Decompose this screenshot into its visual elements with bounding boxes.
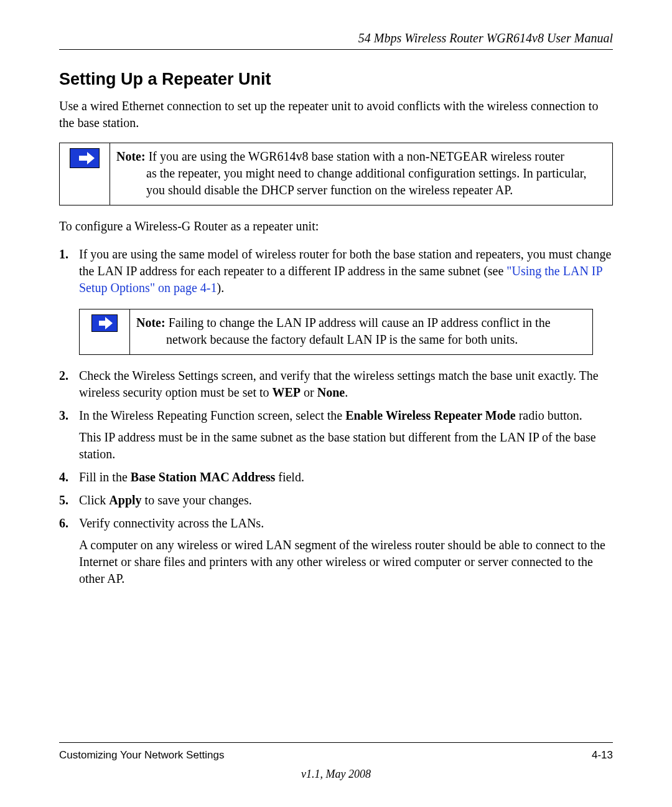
steps-list: If you are using the same model of wirel… — [59, 246, 613, 587]
note-box: Note: If you are using the WGR614v8 base… — [59, 143, 613, 205]
step-item-1: If you are using the same model of wirel… — [59, 246, 613, 355]
note-box-inner: Note: Failing to change the LAN IP addre… — [79, 309, 593, 355]
section-heading: Setting Up a Repeater Unit — [59, 70, 613, 89]
step-item-2: Check the Wireless Settings screen, and … — [59, 367, 613, 401]
header-rule — [59, 49, 613, 50]
arrow-right-icon — [70, 148, 100, 168]
footer-chapter: Customizing Your Network Settings — [59, 749, 225, 762]
step-3-text-a: In the Wireless Repeating Function scree… — [79, 408, 345, 422]
note-continuation: as the repeater, you might need to chang… — [146, 165, 604, 199]
step-6-text: Verify connectivity across the LANs. — [79, 516, 264, 530]
note-text: Note: Failing to change the LAN IP addre… — [130, 309, 559, 354]
step-item-3: In the Wireless Repeating Function scree… — [59, 407, 613, 463]
footer-row: Customizing Your Network Settings 4-13 — [59, 749, 613, 762]
note-label: Note: — [116, 149, 146, 163]
footer-rule — [59, 742, 613, 743]
note-text: Note: If you are using the WGR614v8 base… — [110, 143, 612, 205]
note-lead-text: Failing to change the LAN IP address wil… — [166, 316, 551, 329]
step-5-bold: Apply — [109, 493, 141, 507]
note-lead-text: If you are using the WGR614v8 base stati… — [146, 149, 564, 163]
step-2-end: . — [345, 385, 348, 399]
step-6-sub: A computer on any wireless or wired LAN … — [79, 537, 613, 587]
step-4-text-b: field. — [275, 470, 304, 484]
step-1-text-b: ). — [217, 281, 224, 295]
footer-page-number: 4-13 — [592, 749, 613, 762]
step-5-text-b: to save your changes. — [142, 493, 252, 507]
running-header: 54 Mbps Wireless Router WGR614v8 User Ma… — [59, 31, 613, 49]
step-3-sub: This IP address must be in the same subn… — [79, 429, 613, 463]
page-footer: Customizing Your Network Settings 4-13 v… — [59, 742, 613, 781]
step-item-6: Verify connectivity across the LANs. A c… — [59, 515, 613, 587]
step-3-bold: Enable Wireless Repeater Mode — [345, 408, 516, 422]
step-3-text-b: radio button. — [516, 408, 582, 422]
note-icon-cell — [60, 143, 110, 205]
step-4-text-a: Fill in the — [79, 470, 131, 484]
step-2-none: None — [317, 385, 345, 399]
note-icon-cell — [80, 309, 130, 354]
step-5-text-a: Click — [79, 493, 109, 507]
step-2-or: or — [301, 385, 317, 399]
step-item-4: Fill in the Base Station MAC Address fie… — [59, 469, 613, 486]
manual-page: 54 Mbps Wireless Router WGR614v8 User Ma… — [0, 0, 672, 807]
note-label: Note: — [136, 316, 166, 329]
lead-sentence: To configure a Wireless-G Router as a re… — [59, 218, 613, 235]
intro-paragraph: Use a wired Ethernet connection to set u… — [59, 98, 613, 131]
step-4-bold: Base Station MAC Address — [131, 470, 275, 484]
step-item-5: Click Apply to save your changes. — [59, 492, 613, 509]
footer-version: v1.1, May 2008 — [59, 768, 613, 781]
step-2-wep: WEP — [273, 385, 301, 399]
arrow-right-icon — [91, 314, 118, 332]
note-continuation: network because the factory default LAN … — [166, 331, 551, 348]
